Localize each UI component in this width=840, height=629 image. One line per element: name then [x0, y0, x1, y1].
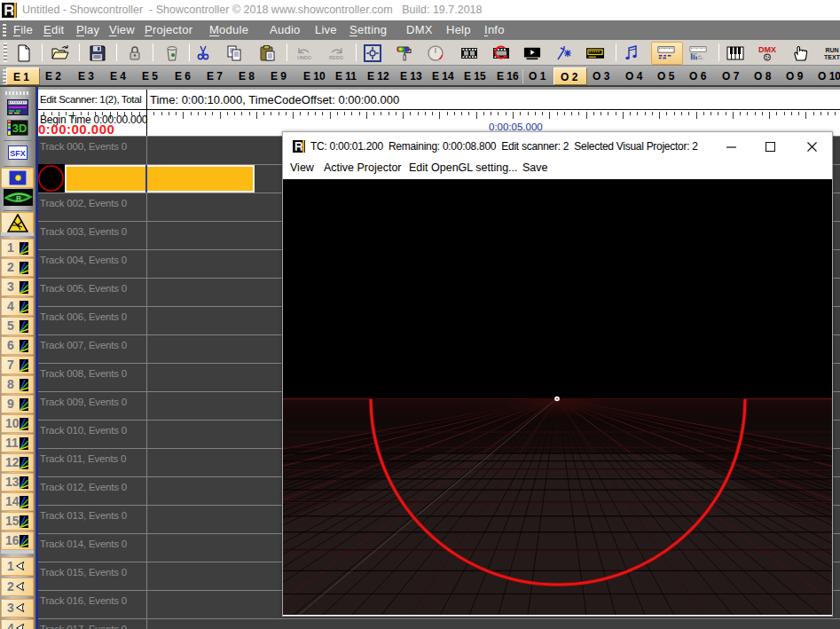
svg-text:REDO: REDO — [329, 55, 344, 60]
svg-text:R: R — [16, 194, 21, 203]
svg-text:RUN: RUN — [825, 47, 838, 53]
svg-text:SFX: SFX — [10, 149, 26, 158]
svg-text:UNDO: UNDO — [297, 55, 312, 60]
svg-text:3D: 3D — [12, 122, 27, 135]
svg-text:TEXT: TEXT — [824, 54, 840, 60]
svg-text:DMX: DMX — [758, 45, 776, 54]
